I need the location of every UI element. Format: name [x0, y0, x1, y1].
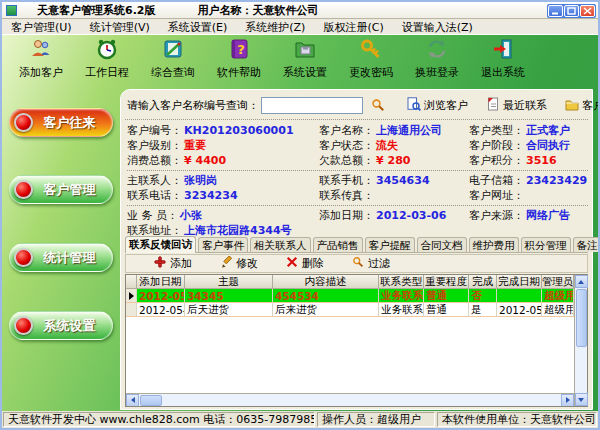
- delete-x-icon: [286, 256, 298, 271]
- schedule-icon: [96, 38, 118, 63]
- tab-contract-documents[interactable]: 合同文档: [417, 237, 467, 252]
- minimize-button[interactable]: [548, 5, 563, 17]
- maximize-button[interactable]: [564, 5, 579, 17]
- tab-contact-feedback[interactable]: 联系反馈回访: [125, 236, 196, 253]
- horizontal-scrollbar[interactable]: [126, 393, 574, 406]
- red-knob-icon: [14, 180, 33, 199]
- customer-info: 客户编号：KH201203060001 客户名称：上海通用公司 客户类型：正式客…: [127, 123, 588, 238]
- menu-system-settings[interactable]: 系统设置(E): [159, 20, 237, 35]
- search-icon[interactable]: [371, 98, 385, 112]
- salesperson-value: 小张: [180, 208, 202, 223]
- system-settings-button[interactable]: 系统设置: [272, 36, 338, 82]
- recent-contacts-button[interactable]: 最近联系: [486, 97, 547, 114]
- table-row[interactable]: 2012-05-25 34345 454534 业务联系 普通 否 超级用户: [126, 289, 574, 303]
- vscroll-thumb[interactable]: [576, 289, 587, 347]
- main-toolbar: 添加客户 工作日程 综合查询 ? 软件帮助: [8, 36, 536, 83]
- menu-bar: 客户管理(U) 统计管理(V) 系统设置(E) 系统维护(Z) 版权注册(C) …: [2, 20, 598, 34]
- table-row[interactable]: 2012-05-22 后天进货 后来进货 业务联系 普通 是 2012-05-2…: [126, 303, 574, 317]
- tab-maintenance-fees[interactable]: 维护费用: [469, 237, 519, 252]
- customer-search-input[interactable]: [261, 97, 363, 114]
- col-manager[interactable]: 管理员: [542, 275, 574, 289]
- customer-source-value: 网络广告: [526, 208, 570, 223]
- add-plus-icon: [154, 256, 166, 271]
- sidebar: 客户往来 客户管理 统计管理 系统设置 管理软件 天意更专业: [2, 83, 120, 413]
- status-license-unit: 本软件使用单位：天意软件公司: [437, 412, 597, 427]
- query-label: 请输入客户名称编号查询：: [127, 98, 259, 113]
- delete-record-button[interactable]: 删除: [286, 256, 324, 271]
- add-date-value: 2012-03-06: [376, 209, 446, 222]
- hscroll-thumb[interactable]: [140, 395, 162, 406]
- total-debt-value: ¥ 280: [376, 154, 410, 167]
- scroll-up-icon[interactable]: [575, 275, 588, 288]
- exit-system-button[interactable]: 退出系统: [470, 36, 536, 82]
- col-subject[interactable]: 主题: [185, 275, 273, 289]
- change-password-button[interactable]: 更改密码: [338, 36, 404, 82]
- window-controls: [547, 4, 596, 18]
- col-add-date[interactable]: 添加日期: [137, 275, 185, 289]
- pencil-icon: [220, 256, 232, 271]
- browse-customer-icon: [407, 97, 421, 114]
- query-row: 请输入客户名称编号查询： 浏览客户 最近联系: [127, 95, 588, 115]
- shift-login-button[interactable]: 换班登录: [404, 36, 470, 82]
- separator: [127, 170, 588, 171]
- work-schedule-button[interactable]: 工作日程: [74, 36, 140, 82]
- sidebar-item-system-settings[interactable]: 系统设置: [9, 311, 113, 340]
- scroll-right-icon[interactable]: [561, 394, 574, 407]
- shift-login-icon: [426, 38, 448, 63]
- tab-customer-reminders[interactable]: 客户提醒: [365, 237, 415, 252]
- status-developer-info: 天意软件开发中心 www.chle828.com 电话：0635-7987985…: [3, 412, 315, 427]
- close-button[interactable]: [580, 5, 595, 17]
- filter-record-button[interactable]: 过滤: [352, 256, 390, 271]
- menu-input-method[interactable]: 设置输入法(Z): [393, 20, 482, 35]
- customer-name-value: 上海通用公司: [376, 123, 442, 138]
- col-importance[interactable]: 重要程度: [424, 275, 469, 289]
- sidebar-item-customer-contacts[interactable]: 客户往来: [9, 108, 113, 137]
- col-done[interactable]: 完成: [469, 275, 497, 289]
- menu-customer-management[interactable]: 客户管理(U): [2, 20, 81, 35]
- menu-copyright-register[interactable]: 版权注册(C): [314, 20, 392, 35]
- menu-statistics-management[interactable]: 统计管理(V): [81, 20, 159, 35]
- help-icon: ?: [228, 38, 250, 63]
- sidebar-item-customer-management[interactable]: 客户管理: [9, 175, 113, 204]
- customer-level-value: 重要: [184, 138, 206, 153]
- email-value: 23423429163.com: [526, 174, 588, 187]
- status-operator: 操作人员：超级用户: [317, 412, 435, 427]
- detail-tabs: 联系反馈回访 客户事件 相关联系人 产品销售 客户提醒 合同文档 维护费用 积分…: [125, 236, 588, 253]
- browse-customers-button[interactable]: 浏览客户: [407, 97, 468, 114]
- modify-record-button[interactable]: 修改: [220, 256, 258, 271]
- customer-no-value: KH201203060001: [184, 124, 294, 137]
- sidebar-item-statistics-management[interactable]: 统计管理: [9, 243, 113, 272]
- tab-customer-events[interactable]: 客户事件: [198, 237, 248, 252]
- filter-magnifier-icon: [352, 256, 364, 271]
- col-done-date[interactable]: 完成日期: [497, 275, 542, 289]
- app-icon: [6, 5, 17, 16]
- vertical-scrollbar[interactable]: [574, 275, 587, 406]
- software-help-button[interactable]: ? 软件帮助: [206, 36, 272, 82]
- password-icon: [360, 38, 382, 63]
- col-description[interactable]: 内容描述: [273, 275, 379, 289]
- add-customer-icon: [30, 38, 52, 63]
- separator: [125, 119, 588, 120]
- comprehensive-query-button[interactable]: 综合查询: [140, 36, 206, 82]
- tab-product-sales[interactable]: 产品销售: [313, 237, 363, 252]
- query-icon: [162, 38, 184, 63]
- content-panel: 请输入客户名称编号查询： 浏览客户 最近联系: [120, 89, 593, 410]
- tab-remarks[interactable]: 备注信息: [573, 237, 600, 252]
- recent-contact-icon: [486, 97, 500, 114]
- window-title: 天意客户管理系统6.2版: [37, 3, 156, 18]
- customer-management-button[interactable]: 客户管理: [565, 97, 600, 114]
- phone-value: 3234234: [184, 189, 238, 202]
- add-record-button[interactable]: 添加: [154, 256, 192, 271]
- tab-related-contacts[interactable]: 相关联系人: [250, 237, 311, 252]
- scroll-down-icon[interactable]: [575, 393, 588, 406]
- title-bar: 天意客户管理系统6.2版 用户名称：天意软件公司: [2, 2, 598, 19]
- app-window: 天意客户管理系统6.2版 用户名称：天意软件公司 客户管理(U) 统计管理(V)…: [0, 0, 600, 430]
- tab-points-management[interactable]: 积分管理: [521, 237, 571, 252]
- red-knob-icon: [14, 113, 33, 132]
- add-customer-button[interactable]: 添加客户: [8, 36, 74, 82]
- red-knob-icon: [14, 316, 33, 335]
- table-empty-area: [126, 317, 574, 393]
- col-contact-type[interactable]: 联系类型: [379, 275, 424, 289]
- scroll-left-icon[interactable]: [126, 394, 139, 407]
- menu-system-maintenance[interactable]: 系统维护(Z): [236, 20, 314, 35]
